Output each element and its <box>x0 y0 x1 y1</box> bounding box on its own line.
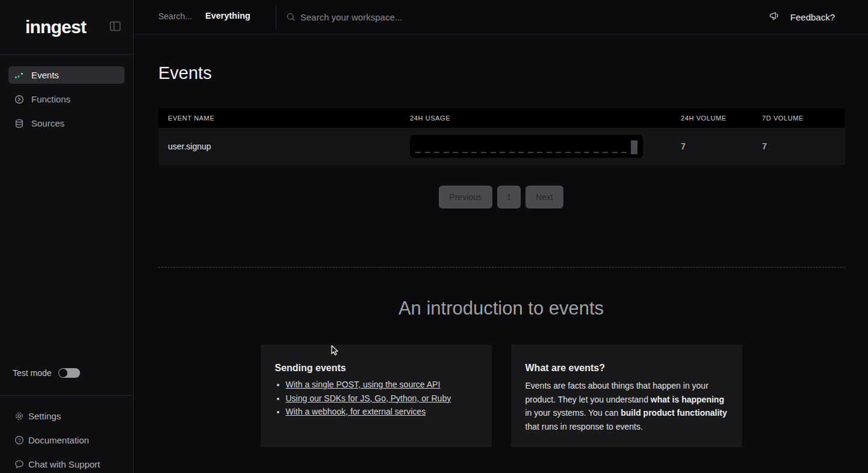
sidebar-item-label: Events <box>31 70 59 80</box>
sending-events-list: With a single POST, using the source API… <box>286 379 477 418</box>
test-mode-label: Test mode <box>13 368 52 378</box>
sidebar-footer: Settings ? Documentation Chat with Suppo… <box>0 404 133 473</box>
bold-text-run: build product functionality <box>621 408 727 418</box>
usage-zero-dash <box>621 152 627 153</box>
text-run: in your systems. You can <box>525 408 621 418</box>
chat-bubble-icon <box>14 459 24 469</box>
sidebar-item-events[interactable]: Events <box>8 66 125 84</box>
intro-heading: An introduction to events <box>134 296 868 321</box>
search-filter-everything[interactable]: Everything <box>205 11 250 20</box>
footer-item-label: Documentation <box>28 435 89 445</box>
intro-cards: Sending events With a single POST, using… <box>134 345 868 447</box>
section-divider <box>158 267 845 268</box>
sidebar: inngest Events <box>0 0 134 473</box>
doc-link[interactable]: With a webhook, for external services <box>286 407 426 416</box>
volume-7d-cell: 7 <box>762 142 845 151</box>
toggle-knob <box>59 369 67 377</box>
events-table: EVENT NAME 24H USAGE 24H VOLUME 7D VOLUM… <box>158 108 845 165</box>
scatter-dots-icon <box>14 71 24 80</box>
sending-events-card: Sending events With a single POST, using… <box>261 345 492 447</box>
card-title: What are events? <box>525 363 728 374</box>
sidebar-footer-divider <box>0 395 133 396</box>
table-header-row: EVENT NAME 24H USAGE 24H VOLUME 7D VOLUM… <box>158 108 845 128</box>
sidebar-item-chat-support[interactable]: Chat with Support <box>0 452 133 473</box>
usage-chart-cell <box>410 135 681 158</box>
column-header-24h-volume: 24H VOLUME <box>681 114 762 122</box>
usage-zero-dash <box>462 152 468 153</box>
main-content: Events EVENT NAME 24H USAGE 24H VOLUME 7… <box>134 35 868 473</box>
question-circle-icon: ? <box>14 435 24 445</box>
svg-text:?: ? <box>18 437 21 443</box>
feedback-link[interactable]: Feedback? <box>790 12 835 22</box>
page-title: Events <box>158 63 868 83</box>
usage-zero-dash <box>471 152 477 153</box>
table-row[interactable]: user.signup 7 7 <box>158 128 845 165</box>
list-item: Using our SDKs for JS, Go, Python, or Ru… <box>286 393 477 405</box>
usage-zero-dash <box>575 152 580 153</box>
pagination: Previous 1 Next <box>134 186 868 208</box>
search-icon <box>287 13 296 24</box>
sidebar-item-label: Sources <box>31 118 64 128</box>
usage-zero-dash <box>603 152 608 153</box>
panel-toggle-icon <box>110 20 121 34</box>
column-header-7d-volume: 7D VOLUME <box>762 114 845 122</box>
usage-zero-dash <box>584 152 589 153</box>
footer-item-label: Chat with Support <box>28 459 100 469</box>
usage-zero-dash <box>434 152 439 153</box>
usage-zero-dash <box>565 152 571 153</box>
test-mode-toggle[interactable] <box>58 368 80 378</box>
usage-zero-dash <box>518 152 524 153</box>
test-mode-row: Test mode <box>13 368 80 378</box>
usage-zero-dash <box>415 152 421 153</box>
page-number-button[interactable]: 1 <box>497 186 521 208</box>
sidebar-header: inngest <box>0 0 133 55</box>
sidebar-item-documentation[interactable]: ? Documentation <box>0 428 133 452</box>
topbar-divider <box>276 5 276 30</box>
megaphone-icon[interactable] <box>769 11 780 23</box>
usage-zero-dash <box>547 152 552 153</box>
database-icon <box>14 119 24 128</box>
doc-link[interactable]: With a single POST, using the source API <box>286 380 441 389</box>
usage-zero-dash <box>453 152 458 153</box>
circle-chevron-icon <box>14 95 24 104</box>
column-header-24h-usage: 24H USAGE <box>410 114 681 122</box>
usage-zero-dash <box>556 152 561 153</box>
usage-chart <box>410 135 643 158</box>
bold-text-run: what is happening <box>651 395 724 404</box>
previous-page-button[interactable]: Previous <box>439 186 492 208</box>
what-are-events-card: What are events? Events are facts about … <box>511 345 742 447</box>
workspace-search-input[interactable] <box>300 8 553 25</box>
next-page-button[interactable]: Next <box>525 186 563 208</box>
sidebar-collapse-button[interactable] <box>110 20 121 34</box>
search-scope-label[interactable]: Search... <box>158 11 192 21</box>
sidebar-item-label: Functions <box>31 94 70 104</box>
sidebar-item-functions[interactable]: Functions <box>8 90 125 108</box>
usage-zero-dash <box>500 152 505 153</box>
sidebar-item-settings[interactable]: Settings <box>0 404 133 428</box>
volume-24h-cell: 7 <box>681 142 762 151</box>
usage-zero-dash <box>537 152 542 153</box>
topbar: Search... Everything Feedback? <box>134 0 868 34</box>
usage-zero-dash <box>509 152 515 153</box>
footer-item-label: Settings <box>28 411 61 421</box>
sidebar-nav: Events Functions Sources <box>0 55 133 132</box>
usage-zero-dash <box>594 152 599 153</box>
card-title: Sending events <box>275 363 477 374</box>
topbar-right: Feedback? <box>769 0 835 34</box>
usage-bar <box>631 140 637 154</box>
list-item: With a single POST, using the source API <box>286 379 477 391</box>
event-name-cell: user.signup <box>158 142 410 151</box>
usage-zero-dash <box>612 152 618 153</box>
sidebar-item-sources[interactable]: Sources <box>8 114 125 132</box>
usage-zero-dash <box>444 152 449 153</box>
doc-link[interactable]: Using our SDKs for JS, Go, Python, or Ru… <box>286 393 451 403</box>
gear-icon <box>14 411 24 421</box>
usage-zero-dash <box>481 152 486 153</box>
inngest-logo[interactable]: inngest <box>25 17 86 37</box>
usage-zero-dash <box>528 152 533 153</box>
text-run: that runs in response to events. <box>525 422 643 431</box>
column-header-event-name: EVENT NAME <box>158 114 410 122</box>
what-are-events-text: Events are facts about things that happe… <box>525 379 728 433</box>
usage-zero-dash <box>425 152 430 153</box>
list-item: With a webhook, for external services <box>286 406 477 418</box>
